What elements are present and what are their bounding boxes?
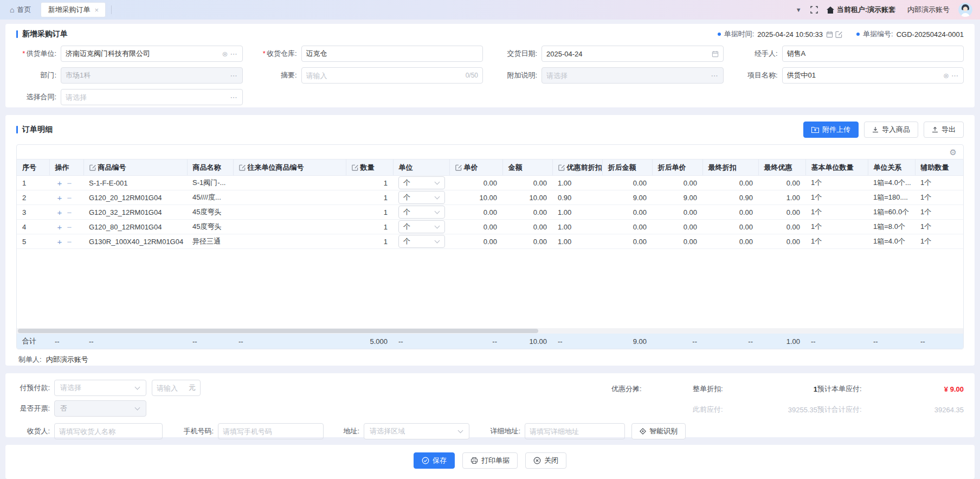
tab-new-purchase-order[interactable]: 新增采购订单 × — [41, 2, 106, 17]
remove-row-button[interactable]: − — [65, 178, 74, 188]
chevron-down-icon — [435, 180, 440, 185]
export-button[interactable]: 导出 — [924, 122, 964, 138]
cell-base_qty: 1个 — [805, 176, 868, 190]
unit-select[interactable]: 个 — [398, 206, 445, 219]
more-icon[interactable]: ⋯ — [951, 72, 959, 80]
receiver-input[interactable] — [54, 423, 163, 439]
supplier-value[interactable] — [66, 50, 220, 58]
project-input[interactable]: ⊗ ⋯ — [782, 67, 964, 84]
clear-icon[interactable]: ⊗ — [943, 72, 949, 80]
summary-input[interactable]: 0/50 — [301, 67, 483, 84]
tab-home[interactable]: ⌂ 首页 — [0, 5, 41, 15]
user-avatar[interactable] — [958, 3, 972, 17]
cell-disc_amount: 0.00 — [602, 176, 652, 190]
calendar-icon[interactable] — [712, 50, 719, 58]
remove-row-button[interactable]: − — [65, 208, 74, 217]
add-row-button[interactable]: + — [55, 222, 65, 232]
address-select[interactable]: 请选择区域 — [364, 423, 469, 439]
save-button[interactable]: 保存 — [414, 452, 455, 469]
handler-value[interactable] — [787, 50, 959, 58]
prepay-amount-value[interactable] — [157, 384, 189, 392]
detail-address-label: 详细地址: — [479, 426, 525, 436]
more-icon[interactable]: ⋯ — [711, 72, 719, 80]
cell-amount: 0.00 — [502, 176, 552, 190]
receiver-value[interactable] — [59, 427, 158, 436]
horizontal-scrollbar-thumb[interactable] — [18, 329, 538, 333]
warehouse-value[interactable] — [306, 50, 479, 58]
address-label: 地址: — [333, 426, 364, 436]
remove-row-button[interactable]: − — [65, 222, 74, 232]
topbar: ⌂ 首页 新增采购订单 × ▼ 当前租户:演示账套 内部演示账号 — [0, 0, 980, 20]
col-name: 商品名称 — [187, 159, 233, 176]
add-row-button[interactable]: + — [55, 208, 65, 217]
cell-seq: 4 — [17, 220, 49, 234]
prepay-amount-input[interactable]: 元 — [152, 380, 201, 396]
cell-aux_qty: 1个 — [915, 176, 963, 190]
cell-unit: 个 — [393, 234, 449, 249]
field-summary: 摘要: 0/50 — [257, 67, 483, 84]
account-name[interactable]: 内部演示账号 — [907, 5, 950, 15]
delivery-date-input[interactable] — [541, 46, 724, 62]
smart-recognize-button[interactable]: 智能识别 — [631, 423, 686, 439]
summary-value[interactable] — [306, 72, 466, 80]
handler-input[interactable] — [782, 46, 964, 62]
cell-final_offer: 0.00 — [758, 234, 805, 249]
previous-due-value: 39255.35 — [758, 406, 817, 414]
import-products-button[interactable]: 导入商品 — [864, 122, 918, 138]
invoice-select[interactable]: 否 — [54, 400, 146, 417]
sum-seq: 合计 — [17, 336, 49, 346]
cell-name: S-1阀门-... — [187, 176, 233, 190]
unit-select[interactable]: 个 — [398, 191, 445, 204]
cell-aux_qty: 1个 — [915, 234, 963, 249]
extra-note-input[interactable]: ⋯ — [541, 67, 724, 84]
contract-value[interactable] — [66, 93, 228, 101]
chevron-down-icon[interactable]: ▼ — [796, 7, 802, 13]
contract-input[interactable]: ⋯ — [61, 89, 243, 105]
cell-unit: 个 — [393, 190, 449, 205]
sum-disc_price: -- — [652, 337, 702, 346]
col-seq: 序号 — [17, 159, 49, 176]
add-row-button[interactable]: + — [55, 237, 65, 246]
more-icon[interactable]: ⋯ — [230, 72, 238, 80]
more-icon[interactable]: ⋯ — [230, 93, 238, 101]
close-button[interactable]: 关闭 — [525, 452, 566, 469]
tenant-info[interactable]: 当前租户:演示账套 — [827, 5, 895, 15]
contract-label: 选择合同: — [16, 92, 61, 102]
remove-row-button[interactable]: − — [65, 237, 74, 246]
unit-select[interactable]: 个 — [398, 176, 445, 189]
col-final_discount: 最终折扣 — [702, 159, 758, 176]
add-row-button[interactable]: + — [55, 178, 65, 188]
detail-address-input[interactable] — [525, 423, 625, 439]
fullscreen-icon[interactable] — [810, 6, 818, 14]
project-value[interactable] — [787, 72, 942, 80]
cell-seq: 3 — [17, 205, 49, 220]
col-pre_discount: 优惠前折扣 — [552, 159, 602, 176]
attachment-upload-button[interactable]: 附件上传 — [803, 122, 859, 138]
gear-icon[interactable]: ⚙ — [950, 148, 957, 156]
clear-icon[interactable]: ⊗ — [222, 50, 228, 58]
edit-icon — [239, 164, 246, 171]
detail-address-value[interactable] — [530, 427, 620, 436]
sum-unit_rel: -- — [868, 337, 915, 346]
tab-close-icon[interactable]: × — [94, 6, 99, 14]
print-button[interactable]: 打印单据 — [462, 452, 518, 469]
calendar-icon[interactable] — [826, 31, 833, 38]
add-row-button[interactable]: + — [55, 193, 65, 202]
unit-select[interactable]: 个 — [398, 235, 445, 248]
department-input[interactable]: ⋯ — [61, 67, 243, 84]
more-icon[interactable]: ⋯ — [230, 50, 238, 58]
warehouse-input[interactable] — [301, 46, 483, 62]
maker-label: 制单人: — [18, 355, 42, 365]
remove-row-button[interactable]: − — [65, 193, 74, 202]
supplier-input[interactable]: ⊗ ⋯ — [61, 46, 243, 62]
current-due-label: 预计本单应付: — [817, 384, 899, 394]
cell-disc_price: 0.00 — [652, 205, 702, 220]
prepay-select[interactable]: 请选择 — [54, 380, 146, 396]
cell-partner_code — [233, 234, 346, 249]
unit-select[interactable]: 个 — [398, 220, 445, 233]
edit-icon[interactable] — [835, 31, 842, 38]
phone-input[interactable] — [218, 423, 324, 439]
cell-final_discount: 0.90 — [702, 190, 758, 205]
delivery-date-value[interactable] — [546, 50, 710, 58]
phone-value[interactable] — [223, 427, 319, 436]
